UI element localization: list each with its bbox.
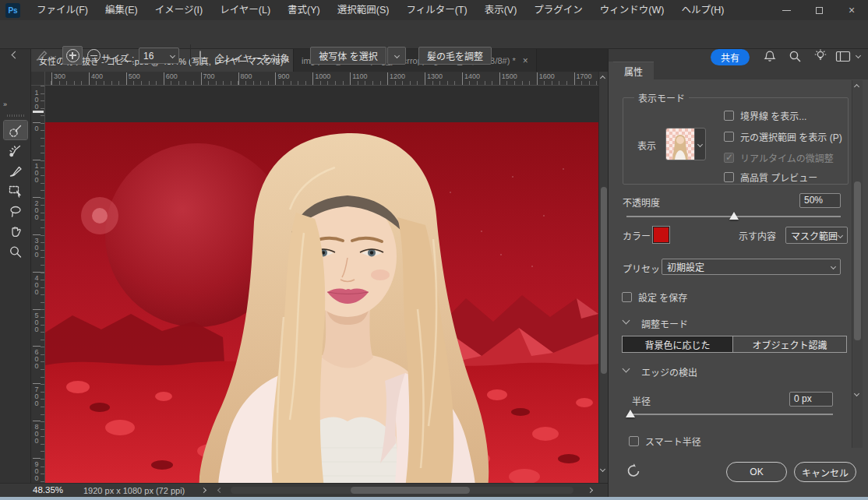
menu-item-5[interactable]: 選択範囲(S): [329, 0, 398, 20]
ruler-tick-label: 800: [238, 72, 252, 86]
hand-tool-button[interactable]: [4, 222, 27, 241]
tab-properties[interactable]: 属性: [613, 62, 654, 80]
refine-edge-brush-tool-button[interactable]: [4, 141, 27, 160]
status-back-chevron-icon[interactable]: [217, 488, 223, 493]
menu-item-8[interactable]: プラグイン: [525, 0, 591, 20]
add-to-selection-button[interactable]: [62, 46, 83, 65]
workspace-icon[interactable]: [835, 51, 851, 62]
chevron-down-icon: [838, 232, 843, 238]
opacity-field[interactable]: 50%: [799, 193, 841, 208]
size-value: 16: [143, 51, 153, 62]
zoom-level-field[interactable]: 48.35%: [33, 485, 63, 495]
tab-close-icon[interactable]: ×: [523, 55, 528, 66]
canvas-image[interactable]: [45, 122, 598, 483]
ruler-tick-label: 1100: [350, 72, 367, 86]
tools-grip-handle[interactable]: [7, 114, 24, 117]
scroll-up-icon[interactable]: [600, 76, 605, 81]
object-selection-tool-button[interactable]: [4, 181, 27, 200]
horizontal-scrollbar-thumb[interactable]: [351, 487, 470, 494]
maximize-button[interactable]: [803, 0, 835, 20]
horizontal-scrollbar[interactable]: [231, 487, 573, 494]
menu-item-10[interactable]: ヘルプ(H): [672, 0, 732, 20]
scroll-up-icon[interactable]: [854, 84, 859, 90]
high-quality-preview-option[interactable]: 高品質 プレビュー: [724, 171, 817, 184]
zoom-tool-button[interactable]: [4, 242, 27, 261]
lightbulb-icon[interactable]: [813, 48, 827, 63]
reset-icon[interactable]: [626, 463, 641, 478]
menu-item-3[interactable]: レイヤー(L): [211, 0, 279, 20]
vertical-scrollbar[interactable]: [598, 72, 608, 483]
vertical-ruler[interactable]: 1000100200300400500600700800900: [31, 86, 45, 483]
refine-edge-brush-icon: [8, 143, 23, 158]
ruler-tick-label: 100: [33, 160, 41, 183]
menu-item-0[interactable]: ファイル(F): [28, 0, 97, 20]
smart-radius-option[interactable]: スマート半径: [629, 435, 701, 448]
collapse-panel-icon[interactable]: »: [3, 100, 8, 108]
options-bar: サイズ : 16 全レイヤーを対象 被写体 を選択 髪の毛を調整 共有: [0, 20, 868, 49]
cancel-button[interactable]: キャンセル: [794, 462, 856, 482]
pasteboard[interactable]: [45, 86, 598, 122]
vertical-scrollbar-thumb[interactable]: [601, 187, 607, 374]
search-icon[interactable]: [789, 50, 802, 63]
scroll-right-icon[interactable]: [587, 488, 593, 493]
view-label: 表示: [637, 139, 656, 152]
menu-item-1[interactable]: 編集(E): [97, 0, 146, 20]
show-edge-checkbox[interactable]: [724, 111, 734, 121]
menu-item-4[interactable]: 書式(Y): [279, 0, 329, 20]
view-thumbnail-dropdown[interactable]: [665, 128, 706, 160]
ruler-tick-label: 800: [33, 421, 41, 444]
preset-dropdown[interactable]: 初期設定: [662, 259, 841, 275]
size-dropdown[interactable]: 16: [139, 48, 179, 64]
refine-hair-button[interactable]: 髪の毛を調整: [418, 47, 492, 65]
quick-selection-tool-button[interactable]: [4, 121, 27, 139]
share-button[interactable]: 共有: [711, 49, 750, 65]
ruler-tick-label: 1500: [499, 72, 517, 86]
panel-scrollbar[interactable]: [852, 80, 863, 448]
color-swatch[interactable]: [653, 227, 669, 243]
show-original-checkbox[interactable]: [724, 132, 734, 142]
ruler-corner[interactable]: [31, 72, 45, 86]
menu-item-2[interactable]: イメージ(I): [146, 0, 212, 20]
horizontal-ruler[interactable]: 3004005006007008009001000110012001300140…: [45, 72, 598, 86]
select-subject-dropdown-button[interactable]: [387, 47, 406, 65]
high-quality-preview-checkbox[interactable]: [724, 172, 734, 182]
show-edge-option[interactable]: 境界線 を表示...: [724, 109, 806, 122]
object-aware-mode-button[interactable]: オブジェクト認識: [733, 336, 847, 353]
opacity-slider-thumb[interactable]: [729, 212, 739, 220]
plus-circle-icon: [66, 49, 79, 62]
edge-detection-collapse-icon[interactable]: [623, 365, 630, 373]
brush-tool-button[interactable]: [4, 161, 27, 180]
size-label: サイズ :: [101, 51, 134, 65]
bell-icon[interactable]: [764, 50, 776, 63]
view-thumbnail-image: [666, 129, 694, 160]
adjust-mode-label: 調整モード: [641, 317, 688, 330]
minus-circle-icon: [87, 49, 101, 62]
menu-item-7[interactable]: 表示(V): [476, 0, 526, 20]
save-settings-option[interactable]: 設定 を保存: [622, 290, 687, 304]
menu-item-6[interactable]: フィルター(T): [397, 0, 475, 20]
window-bottom-edge: [0, 497, 868, 500]
indicates-dropdown[interactable]: マスク範囲: [785, 227, 848, 244]
background-color-mode-button[interactable]: 背景色に応じた: [622, 336, 733, 353]
show-original-option[interactable]: 元の選択範囲 を表示 (P): [724, 130, 842, 143]
status-info-chevron-icon[interactable]: [201, 488, 206, 493]
maximize-icon: [816, 7, 823, 14]
panel-scrollbar-thumb[interactable]: [854, 181, 861, 340]
lasso-tool-button[interactable]: [4, 202, 27, 220]
menu-item-9[interactable]: ウィンドウ(W): [591, 0, 673, 20]
scroll-down-icon[interactable]: [854, 391, 859, 396]
save-settings-checkbox[interactable]: [622, 292, 632, 302]
adjust-mode-collapse-icon[interactable]: [623, 317, 630, 325]
minimize-button[interactable]: [770, 0, 803, 20]
close-button[interactable]: ×: [835, 0, 868, 20]
radius-slider[interactable]: [630, 414, 833, 415]
tool-preset-icon[interactable]: [34, 48, 50, 62]
select-subject-button[interactable]: 被写体 を選択: [310, 47, 386, 65]
smart-radius-checkbox[interactable]: [629, 436, 639, 446]
radius-field[interactable]: 0 px: [789, 392, 833, 407]
radius-slider-thumb[interactable]: [626, 410, 635, 417]
sample-all-layers-checkbox[interactable]: [199, 51, 201, 65]
ok-button[interactable]: OK: [726, 462, 787, 482]
scroll-down-icon[interactable]: [600, 467, 605, 472]
subtract-from-selection-button[interactable]: [87, 49, 101, 62]
